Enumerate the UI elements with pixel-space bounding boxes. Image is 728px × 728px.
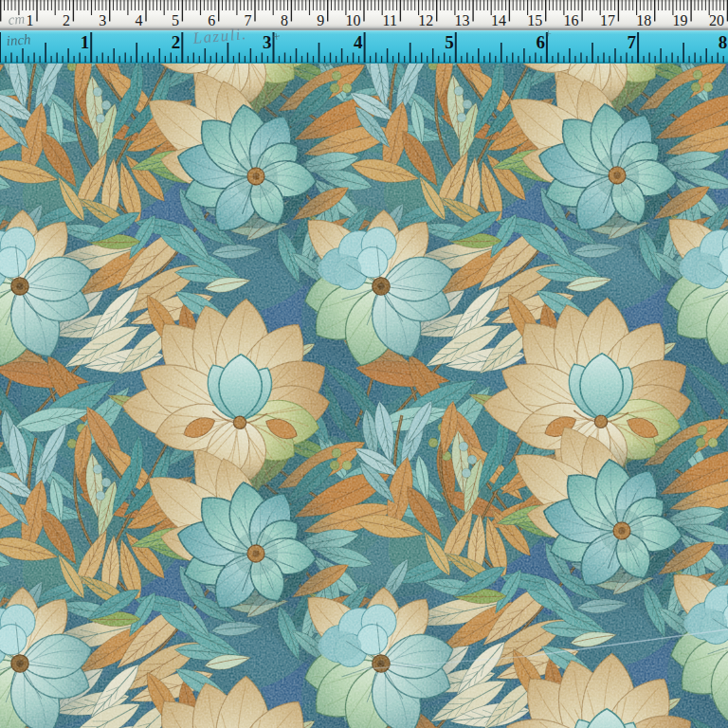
svg-text:20: 20 xyxy=(709,12,724,28)
svg-text:1: 1 xyxy=(27,12,34,28)
svg-text:17: 17 xyxy=(600,12,615,28)
svg-text:19: 19 xyxy=(673,12,688,28)
svg-text:13: 13 xyxy=(455,12,470,28)
svg-text:8: 8 xyxy=(281,12,288,28)
svg-text:14: 14 xyxy=(491,12,506,28)
svg-text:cm: cm xyxy=(8,11,26,27)
svg-text:12: 12 xyxy=(418,12,433,28)
svg-text:6: 6 xyxy=(208,12,215,28)
svg-text:4: 4 xyxy=(354,32,363,52)
svg-text:18: 18 xyxy=(636,12,651,28)
svg-text:3: 3 xyxy=(263,32,272,52)
svg-text:2: 2 xyxy=(172,32,181,52)
svg-text:10: 10 xyxy=(346,12,361,28)
svg-text:5: 5 xyxy=(172,12,179,28)
svg-text:inch: inch xyxy=(6,31,31,48)
svg-text:8: 8 xyxy=(719,32,728,52)
svg-text:7: 7 xyxy=(628,32,637,52)
svg-text:6: 6 xyxy=(536,32,545,52)
svg-text:9: 9 xyxy=(317,12,324,28)
svg-text:2: 2 xyxy=(63,12,70,28)
svg-text:+: + xyxy=(545,27,552,41)
svg-text:15: 15 xyxy=(527,12,542,28)
svg-text:11: 11 xyxy=(382,12,396,28)
svg-text:4: 4 xyxy=(136,12,143,28)
svg-text:16: 16 xyxy=(564,12,579,28)
svg-text:1: 1 xyxy=(81,32,90,52)
svg-text:5: 5 xyxy=(445,32,454,52)
svg-text:3: 3 xyxy=(99,12,106,28)
